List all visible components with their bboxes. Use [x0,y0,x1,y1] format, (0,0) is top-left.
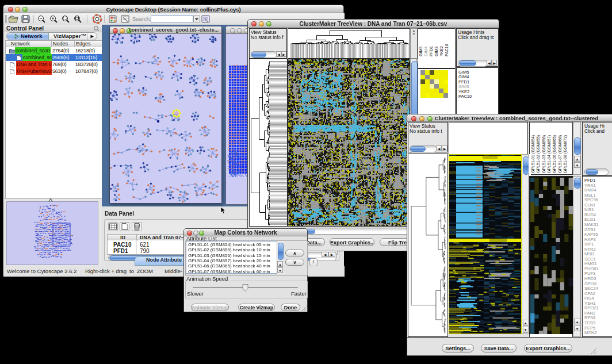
svg-text:Search:: Search: [132,16,151,22]
